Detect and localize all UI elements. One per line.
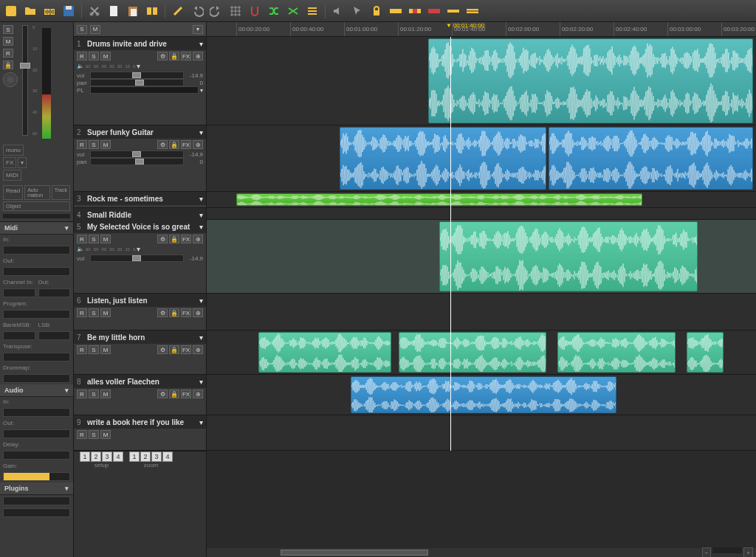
track-expand-icon[interactable]: ▾	[199, 223, 203, 231]
track-lane[interactable]	[207, 375, 756, 415]
track-s-button[interactable]: S	[89, 235, 99, 243]
master-mute-button[interactable]: M	[3, 37, 13, 46]
track-fx-button[interactable]: ⚙	[157, 308, 168, 317]
track-lane[interactable]	[207, 208, 756, 220]
track-m-button[interactable]: M	[100, 345, 111, 354]
redo-icon[interactable]	[208, 3, 224, 19]
track-header[interactable]: 7Be my little horn▾RSM⚙🔒FX⊕	[74, 331, 206, 375]
lsb-field[interactable]	[38, 331, 71, 340]
track-fx-label[interactable]: FX	[181, 308, 191, 317]
track-plugin-button[interactable]: ⊕	[193, 390, 203, 398]
more-icon[interactable]: ▾	[137, 245, 140, 253]
all-solo-button[interactable]: S	[77, 25, 87, 34]
track-expand-icon[interactable]: ▾	[199, 418, 203, 426]
audio-clip[interactable]	[236, 193, 642, 206]
channel-in-field[interactable]	[3, 288, 35, 297]
audio-section-header[interactable]: Audio▾	[0, 384, 73, 397]
import-audio-icon[interactable]	[41, 3, 58, 19]
audio-clip[interactable]	[549, 127, 753, 190]
track-expand-icon[interactable]: ▾	[199, 128, 203, 136]
track-r-button[interactable]: R	[77, 52, 87, 60]
speaker-icon[interactable]: 🔈	[77, 63, 84, 69]
audio-clip[interactable]	[439, 221, 698, 291]
track-fx-button[interactable]: ⚙	[157, 52, 168, 60]
midi-button[interactable]: MIDI	[3, 170, 21, 181]
range1-icon[interactable]	[388, 3, 404, 19]
scroll-thumb[interactable]	[281, 550, 428, 556]
audio-clip[interactable]	[258, 332, 391, 373]
split-icon[interactable]	[144, 3, 160, 19]
track-expand-icon[interactable]: ▾	[199, 195, 203, 203]
track-lock-button[interactable]: 🔒	[169, 140, 179, 149]
track-header[interactable]: 6Listen, just listen▾RSM⚙🔒FX⊕	[74, 294, 206, 331]
pl-field[interactable]	[90, 86, 199, 94]
track-lane[interactable]	[207, 294, 756, 331]
track-expand-icon[interactable]: ▾	[199, 297, 203, 305]
track-r-button[interactable]: R	[77, 345, 87, 354]
snap-icon[interactable]	[247, 3, 263, 19]
undo-icon[interactable]	[189, 3, 205, 19]
volume-slider[interactable]	[90, 72, 184, 79]
track-r-button[interactable]: R	[77, 235, 87, 243]
track-header[interactable]: 1Drums invite and drive▾RSM⚙🔒FX⊕🔈6050403…	[74, 37, 206, 125]
track-lock-button[interactable]: 🔒	[169, 345, 179, 354]
zoom-preset-button[interactable]: 3	[151, 452, 162, 462]
align-icon[interactable]	[304, 3, 320, 19]
track-header[interactable]: 2Super funky Guitar▾RSM⚙🔒FX⊕vol-14.9pan0	[74, 125, 206, 192]
zoom-slider[interactable]	[712, 547, 742, 553]
master-pan-knob[interactable]	[3, 72, 18, 87]
track-fx-button[interactable]: ⚙	[157, 235, 168, 243]
master-fader[interactable]	[22, 25, 28, 136]
audio-in-field[interactable]	[3, 408, 70, 417]
setup-preset-button[interactable]: 3	[102, 452, 112, 462]
track-m-button[interactable]: M	[100, 235, 111, 243]
crossfade-icon[interactable]	[285, 3, 301, 19]
track-lane[interactable]	[207, 220, 756, 294]
marker-icon[interactable]	[170, 3, 186, 19]
zoom-preset-button[interactable]: 2	[140, 452, 151, 462]
audio-clip[interactable]	[351, 376, 616, 413]
track-fx-label[interactable]: FX	[181, 52, 191, 60]
zoom-out-button[interactable]: −	[702, 547, 712, 558]
track-s-button[interactable]: S	[89, 430, 99, 439]
track-s-button[interactable]: S	[89, 140, 99, 149]
track-plugin-button[interactable]: ⊕	[193, 345, 203, 354]
midi-in-field[interactable]	[3, 246, 70, 255]
track-expand-icon[interactable]: ▾	[199, 378, 203, 386]
track-r-button[interactable]: R	[77, 430, 87, 439]
new-project-icon[interactable]	[3, 3, 19, 19]
track-header[interactable]: 5My Selected Voice is so great▾RSM⚙🔒FX⊕🔈…	[74, 220, 206, 294]
gain-slider[interactable]	[3, 472, 70, 481]
audio-clip[interactable]	[340, 127, 546, 190]
transpose-field[interactable]	[3, 353, 70, 361]
bankmsb-field[interactable]	[3, 331, 35, 340]
paste-icon[interactable]	[125, 3, 141, 19]
plugin-slot-1[interactable]	[3, 497, 70, 505]
zoom-preset-button[interactable]: 4	[162, 452, 173, 462]
master-rec-button[interactable]: R	[3, 49, 13, 58]
pan-slider[interactable]	[90, 79, 184, 86]
audio-clip[interactable]	[557, 332, 676, 373]
range2-icon[interactable]	[407, 3, 423, 19]
track-expand-icon[interactable]: ▾	[199, 211, 203, 219]
drummap-field[interactable]	[3, 374, 70, 383]
track-fx-button[interactable]: ⚙	[157, 140, 168, 149]
fx-dropdown[interactable]: ▾	[18, 157, 27, 168]
track-m-button[interactable]: M	[100, 52, 111, 60]
track-expand-icon[interactable]: ▾	[199, 40, 203, 48]
track-lock-button[interactable]: 🔒	[169, 52, 179, 60]
new-doc-icon[interactable]	[106, 3, 122, 19]
pl-dropdown[interactable]: ▾	[200, 87, 203, 94]
volume-slider[interactable]	[90, 255, 184, 262]
track-plugin-button[interactable]: ⊕	[193, 52, 203, 60]
playhead-line[interactable]	[450, 37, 451, 451]
track-header[interactable]: 8alles voller Flaechen▾RSM⚙🔒FX⊕	[74, 375, 206, 415]
setup-preset-button[interactable]: 1	[80, 452, 90, 462]
automation-button[interactable]: Auto mation	[24, 185, 50, 200]
midi-out-field[interactable]	[3, 267, 70, 276]
track-lane[interactable]	[207, 331, 756, 375]
track-s-button[interactable]: S	[89, 52, 99, 60]
track-s-button[interactable]: S	[89, 308, 99, 317]
cut-icon[interactable]	[86, 3, 103, 19]
track-lock-button[interactable]: 🔒	[169, 390, 179, 398]
